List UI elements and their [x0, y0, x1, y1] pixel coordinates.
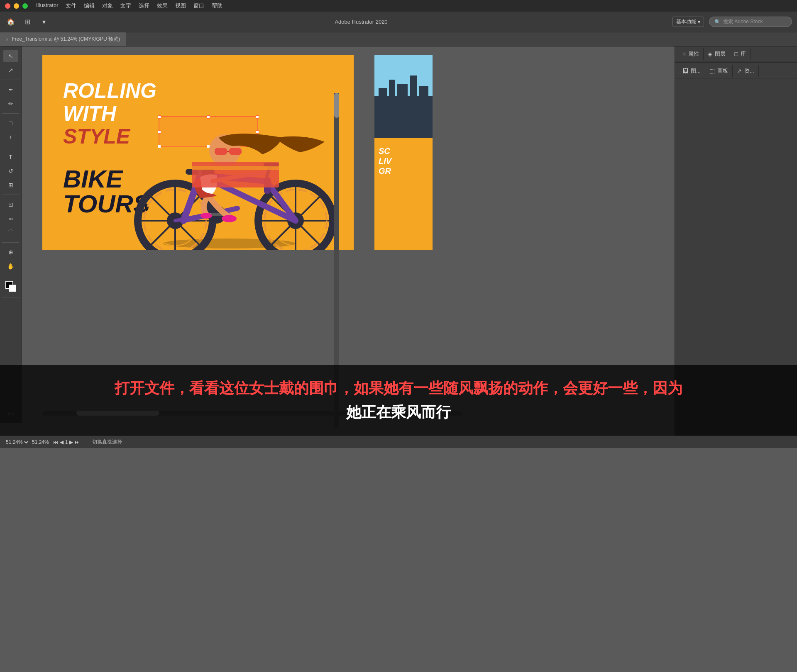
canvas2-sky	[374, 55, 433, 138]
document-tab[interactable]: × Free_Transform.ai @ 51.24% (CMYK/GPU 预…	[0, 32, 126, 46]
menu-effect[interactable]: 效果	[157, 2, 168, 10]
toolbar-separator-1	[2, 80, 19, 80]
svg-rect-33	[215, 148, 227, 155]
subtitle-overlay: 打开文件，看看这位女士戴的围巾，如果她有一些随风飘扬的动作，会更好一些，因为 她…	[0, 365, 797, 436]
toolbar-separator-5	[2, 242, 19, 243]
menu-view[interactable]: 视图	[175, 2, 186, 10]
libraries-panel-tab[interactable]: □ 库	[730, 48, 750, 60]
page-number: 1	[65, 439, 68, 445]
libraries-label: 库	[741, 50, 746, 58]
nav-last-button[interactable]: ⏭	[75, 439, 80, 445]
select-tool-button[interactable]: ↖	[3, 50, 18, 62]
blend-tool-button[interactable]: ∞	[3, 212, 18, 225]
menu-help[interactable]: 帮助	[212, 2, 222, 10]
direct-select-tool-button[interactable]: ↗	[3, 64, 18, 76]
rotate-tool-button[interactable]: ↺	[3, 165, 18, 177]
adobe-stock-search[interactable]: 🔍 搜索 Adobe Stock	[709, 17, 792, 27]
zoom-control[interactable]: 51.24% 51.24%	[4, 439, 49, 446]
title-bar: Illustrator 文件 编辑 对象 文字 选择 效果 视图 窗口 帮助	[0, 0, 797, 12]
type-tool-button[interactable]: T	[3, 151, 18, 163]
toolbar-separator-4	[2, 195, 19, 195]
toolbar-left: 🏠 ⊞ ▾	[5, 16, 50, 28]
color-swatch-area[interactable]	[5, 281, 16, 292]
canvas2-text-line2: LIV	[379, 156, 428, 166]
svg-point-39	[200, 213, 212, 219]
second-artboard: SC LIV GR	[374, 55, 433, 250]
page-navigation: ⏮ ◀ 1 ▶ ⏭	[53, 439, 80, 445]
assets-panel-tab[interactable]: ↗ 资...	[733, 65, 759, 77]
layers-panel-tab[interactable]: ◈ 图层	[704, 48, 730, 60]
layers-icon: ◈	[708, 51, 712, 57]
properties-icon: ≡	[682, 51, 686, 57]
svg-rect-34	[229, 148, 242, 155]
toolbar-separator-3	[2, 147, 19, 147]
assets-label: 资...	[744, 67, 754, 75]
properties-label: 属性	[688, 50, 699, 58]
menu-edit[interactable]: 编辑	[84, 2, 95, 10]
tab-close-button[interactable]: ×	[6, 37, 8, 42]
poster-title-line1: ROLLING	[63, 80, 156, 102]
menu-illustrator[interactable]: Illustrator	[36, 2, 58, 10]
tab-filename: Free_Transform.ai @ 51.24% (CMYK/GPU 预览)	[12, 36, 120, 43]
menu-object[interactable]: 对象	[102, 2, 113, 10]
close-window-button[interactable]	[5, 3, 10, 9]
home-button[interactable]: 🏠	[5, 16, 17, 28]
image-label: 图...	[691, 67, 701, 75]
svg-rect-47	[374, 117, 433, 138]
eyedropper-tool-button[interactable]: ⊡	[3, 198, 18, 211]
app-title: Adobe Illustrator 2020	[56, 19, 666, 25]
vertical-scrollbar-thumb[interactable]	[334, 93, 339, 118]
layout-arrow[interactable]: ▾	[38, 16, 50, 28]
libraries-icon: □	[734, 51, 738, 57]
workspace-label: 基本功能	[676, 18, 696, 25]
main-toolbar: 🏠 ⊞ ▾ Adobe Illustrator 2020 基本功能 ▾ 🔍 搜索…	[0, 12, 797, 32]
canvas2-text-line3: GR	[379, 166, 428, 176]
zoom-tool-button[interactable]: ⊕	[3, 246, 18, 258]
brush-tool-button[interactable]: ✏	[3, 97, 18, 110]
subtitle-line-2: 她正在乘风而行	[346, 402, 451, 423]
canvas2-bottom: SC LIV GR	[374, 138, 433, 250]
panel-tabs-row-2: 🖼 图... ⬚ 画板 ↗ 资...	[675, 63, 797, 78]
scale-tool-button[interactable]: ⊞	[3, 179, 18, 191]
canvas2-text-line1: SC	[379, 146, 428, 156]
nav-first-button[interactable]: ⏮	[53, 439, 58, 445]
menu-bar: Illustrator 文件 编辑 对象 文字 选择 效果 视图 窗口 帮助	[36, 2, 222, 10]
nav-next-button[interactable]: ▶	[69, 439, 73, 445]
workspace-selector[interactable]: 基本功能 ▾	[672, 17, 704, 27]
search-icon: 🔍	[714, 19, 721, 25]
pen-tool-button[interactable]: ✒	[3, 83, 18, 96]
background-color-swatch[interactable]	[9, 285, 16, 292]
rect-tool-button[interactable]: □	[3, 117, 18, 129]
subtitle-line-1: 打开文件，看看这位女士戴的围巾，如果她有一些随风飘扬的动作，会更好一些，因为	[115, 378, 682, 399]
main-artboard[interactable]: ROLLING WITH STYLE BIKE TOURS	[42, 55, 354, 250]
lasso-tool-button[interactable]: ⌒	[3, 226, 18, 239]
menu-window[interactable]: 窗口	[193, 2, 204, 10]
artboard-icon: ⬚	[709, 68, 715, 74]
line-tool-button[interactable]: /	[3, 131, 18, 144]
toolbar-separator-7	[2, 297, 19, 297]
properties-panel-tab[interactable]: ≡ 属性	[678, 48, 704, 60]
zoom-value: 51.24%	[32, 439, 49, 445]
assets-icon: ↗	[737, 68, 742, 74]
menu-text[interactable]: 文字	[120, 2, 131, 10]
svg-point-38	[222, 215, 237, 222]
minimize-window-button[interactable]	[14, 3, 19, 9]
image-icon: 🖼	[682, 68, 688, 74]
maximize-window-button[interactable]	[22, 3, 28, 9]
hand-tool-button[interactable]: ✋	[3, 260, 18, 273]
image-panel-tab[interactable]: 🖼 图...	[678, 65, 705, 77]
bike-illustration	[76, 100, 354, 250]
tab-bar: × Free_Transform.ai @ 51.24% (CMYK/GPU 预…	[0, 32, 797, 46]
artboard-panel-tab[interactable]: ⬚ 画板	[705, 65, 733, 77]
search-placeholder: 搜索 Adobe Stock	[723, 18, 763, 25]
menu-file[interactable]: 文件	[66, 2, 76, 10]
toolbar-separator-2	[2, 113, 19, 114]
nav-prev-button[interactable]: ◀	[60, 439, 64, 445]
status-bar: 51.24% 51.24% ⏮ ◀ 1 ▶ ⏭ 切换直接选择	[0, 436, 797, 448]
menu-select[interactable]: 选择	[139, 2, 149, 10]
zoom-select[interactable]: 51.24%	[4, 439, 29, 446]
artboard-label: 画板	[717, 67, 728, 75]
layout-button[interactable]: ⊞	[22, 16, 33, 28]
traffic-lights	[5, 3, 28, 9]
workspace-arrow-icon: ▾	[698, 19, 700, 25]
